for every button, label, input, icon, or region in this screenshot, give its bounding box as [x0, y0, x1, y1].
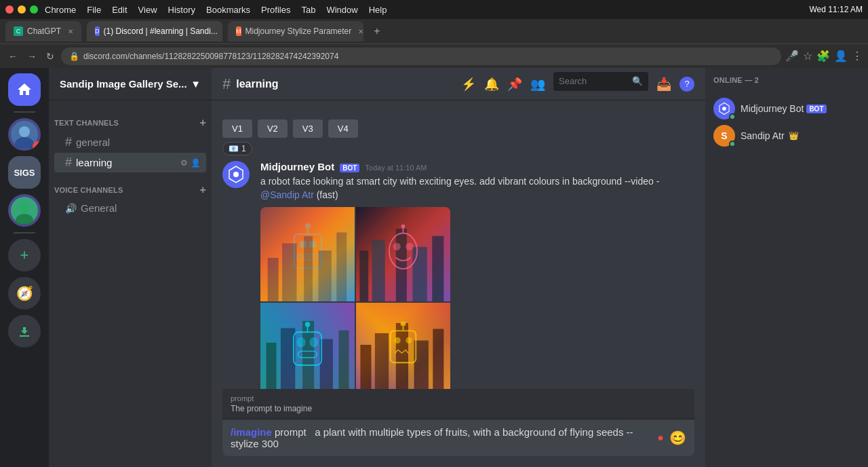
channel-settings-icon[interactable]: ⚙ [180, 158, 188, 168]
menu-help[interactable]: Help [369, 5, 387, 15]
top-v3-button[interactable]: V3 [293, 119, 323, 138]
svg-rect-20 [336, 233, 347, 302]
server-sidebar: 1 SIGS + 🧭 [0, 68, 49, 467]
member-sandip[interactable]: S Sandip Atr 👑 [713, 122, 860, 149]
menu-window[interactable]: Window [326, 5, 357, 15]
extensions-icon[interactable]: 🧩 [816, 50, 830, 62]
add-voice-channel-icon[interactable]: + [199, 184, 206, 196]
top-button-group: V1 V2 V3 V4 📧 1 [212, 111, 705, 158]
image-grid[interactable] [260, 207, 450, 389]
add-server-button[interactable]: + [8, 239, 41, 272]
nav-bar: ← → ↻ 🔒 discord.com/channels/11282822500… [0, 43, 868, 68]
channel-general[interactable]: # general [54, 132, 206, 152]
recording-indicator: ● [657, 432, 664, 444]
svg-rect-18 [304, 236, 313, 301]
speed-badge: (fast) [317, 189, 338, 200]
svg-rect-50 [391, 331, 416, 363]
forward-button[interactable]: → [24, 48, 39, 64]
svg-point-27 [389, 234, 417, 269]
boost-icon[interactable]: ⚡ [461, 77, 476, 92]
menu-file[interactable]: File [87, 5, 101, 15]
top-v1-button[interactable]: V1 [222, 119, 252, 138]
chrome-tab-strip: C ChatGPT ✕ D (1) Discord | #learning | … [0, 19, 868, 43]
add-channel-icon[interactable]: + [199, 117, 206, 129]
chat-input-text[interactable]: /imagine prompt a plant with multiple ty… [231, 426, 652, 449]
midjourney-avatar[interactable] [222, 161, 250, 188]
svg-point-43 [305, 322, 311, 327]
server-header[interactable]: Sandip Image Gallery Se... ▼ [49, 68, 212, 100]
message-group-main: Midjourney Bot BOT Today at 11:10 AM a r… [212, 158, 705, 389]
robot-face-4 [356, 303, 450, 389]
server-icon-other[interactable] [8, 194, 41, 227]
menu-view[interactable]: View [138, 5, 157, 15]
server-divider-2 [14, 232, 35, 234]
more-options-icon[interactable]: ⋮ [852, 50, 863, 62]
back-button[interactable]: ← [5, 48, 20, 64]
new-tab-button[interactable]: + [369, 23, 385, 39]
text-channels-label: TEXT CHANNELS [54, 119, 119, 127]
tab-chatgpt[interactable]: C ChatGPT ✕ [5, 21, 81, 41]
search-box[interactable]: Search 🔍 [553, 72, 648, 91]
chat-input-box[interactable]: /imagine prompt a plant with multiple ty… [222, 419, 694, 456]
server-icon-home[interactable] [8, 73, 41, 106]
menu-profiles[interactable]: Profiles [261, 5, 290, 15]
minimize-window-button[interactable] [18, 5, 26, 14]
members-icon[interactable]: 👥 [530, 77, 545, 92]
channel-list: TEXT CHANNELS + # general # learning ⚙ 👤… [49, 100, 212, 467]
channel-general-voice[interactable]: 🔊 General [54, 200, 206, 217]
voice-channels-label: VOICE CHANNELS [54, 186, 123, 194]
tab-chatgpt-close[interactable]: ✕ [68, 28, 73, 35]
server-icon-sigs[interactable]: SIGS [8, 156, 41, 189]
menu-history[interactable]: History [168, 5, 195, 15]
discover-servers-button[interactable]: 🧭 [8, 277, 41, 310]
svg-point-31 [401, 225, 406, 229]
top-v2-button[interactable]: V2 [258, 119, 288, 138]
top-reaction-emoji: 📧 [229, 144, 239, 153]
channel-learning-icons: ⚙ 👤 [180, 158, 201, 168]
top-reaction-button[interactable]: 📧 1 [222, 142, 252, 155]
reload-button[interactable]: ↻ [43, 48, 57, 64]
tab-discord[interactable]: D (1) Discord | #learning | Sandi... ✕ [87, 21, 222, 41]
svg-rect-54 [401, 322, 406, 326]
menu-bookmarks[interactable]: Bookmarks [206, 5, 250, 15]
server-divider [14, 111, 35, 113]
top-v4-button[interactable]: V4 [328, 119, 358, 138]
menu-tab[interactable]: Tab [301, 5, 315, 15]
help-icon[interactable]: ? [679, 77, 694, 92]
message-author: Midjourney Bot [260, 161, 334, 172]
text-channels-category[interactable]: TEXT CHANNELS + [49, 106, 212, 132]
sandip-avatar: S [713, 125, 735, 147]
inbox-icon[interactable]: 📥 [656, 77, 671, 92]
close-window-button[interactable] [5, 5, 14, 14]
server-icon-personal[interactable]: 1 [8, 118, 41, 151]
notifications-icon[interactable]: 🔔 [484, 77, 499, 92]
bookmark-icon[interactable]: ☆ [803, 50, 812, 62]
online-dot [729, 113, 736, 120]
download-apps-button[interactable] [8, 315, 41, 348]
tab-midjourney-label: Midjourney Stylize Parameter [245, 26, 352, 36]
address-bar[interactable]: 🔒 discord.com/channels/11282822500987781… [61, 48, 781, 65]
channel-learning[interactable]: # learning ⚙ 👤 [54, 153, 206, 172]
server-name: Sandip Image Gallery Se... [60, 78, 187, 90]
channel-sidebar: Sandip Image Gallery Se... ▼ TEXT CHANNE… [49, 68, 212, 467]
menu-chrome[interactable]: Chrome [45, 5, 76, 15]
emoji-button[interactable]: 😊 [669, 430, 686, 446]
svg-rect-41 [298, 352, 317, 358]
mention-text[interactable]: @Sandip Atr [260, 189, 314, 200]
robot-face-3 [260, 303, 355, 389]
channel-hash-icon: # [65, 135, 72, 149]
menu-edit[interactable]: Edit [112, 5, 127, 15]
messages-area[interactable]: V1 V2 V3 V4 📧 1 [212, 100, 705, 389]
message-header: Midjourney Bot BOT Today at 11:10 AM [260, 161, 694, 172]
channel-members-icon[interactable]: 👤 [191, 158, 201, 168]
voice-channels-category[interactable]: VOICE CHANNELS + [49, 173, 212, 199]
tab-discord-label: (1) Discord | #learning | Sandi... [104, 26, 218, 36]
tab-midjourney[interactable]: M Midjourney Stylize Parameter ✕ [228, 21, 363, 41]
profile-icon[interactable]: 👤 [834, 50, 848, 62]
discord-favicon: D [95, 26, 100, 36]
pin-icon[interactable]: 📌 [507, 77, 522, 92]
maximize-window-button[interactable] [30, 5, 38, 14]
tab-midjourney-close[interactable]: ✕ [358, 28, 363, 35]
mic-icon[interactable]: 🎤 [785, 50, 799, 62]
member-midjourney-bot[interactable]: Midjourney Bot BOT [713, 95, 860, 122]
